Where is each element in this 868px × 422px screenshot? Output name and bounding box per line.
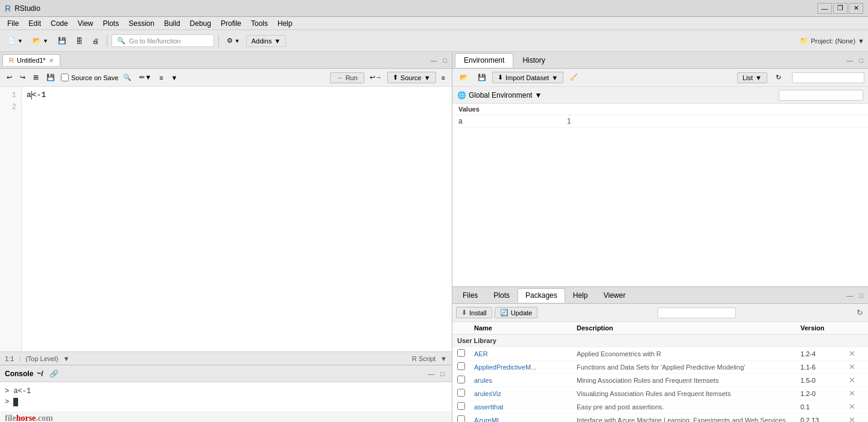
tab-help[interactable]: Help	[565, 288, 596, 303]
menu-code[interactable]: Code	[46, 18, 73, 29]
env-dropdown-icon[interactable]: ▼	[534, 91, 542, 99]
print-button[interactable]: 🖨	[89, 36, 103, 46]
packages-search-input[interactable]	[657, 307, 736, 318]
env-save-button[interactable]: 💾	[474, 72, 490, 83]
script-type-dropdown[interactable]: ▼	[440, 355, 447, 362]
menu-tools[interactable]: Tools	[246, 18, 273, 29]
package-delete-button[interactable]: ✕	[849, 402, 855, 411]
package-name[interactable]: AppliedPredictiveM...	[474, 364, 536, 371]
code-content[interactable]: a<-1	[22, 87, 452, 351]
line-number-2: 2	[0, 101, 21, 113]
package-delete-button[interactable]: ✕	[849, 362, 855, 371]
package-checkbox[interactable]	[457, 349, 465, 357]
update-packages-button[interactable]: 🔄 Update	[495, 307, 537, 318]
restore-button[interactable]: ❐	[833, 3, 847, 14]
save-file-button[interactable]: 💾	[54, 35, 70, 46]
env-minimize-button[interactable]: —	[844, 55, 855, 65]
package-delete-button[interactable]: ✕	[849, 415, 855, 422]
open-file-button[interactable]: 📂▼	[29, 35, 52, 46]
package-row: AppliedPredictiveM... Functions and Data…	[452, 361, 868, 374]
level-dropdown-icon[interactable]: ▼	[63, 355, 70, 362]
save-editor-button[interactable]: 💾	[43, 72, 58, 83]
console-link-icon[interactable]: 🔗	[49, 370, 59, 378]
menu-edit[interactable]: Edit	[24, 18, 46, 29]
editor-tab-untitled1[interactable]: R Untitled1* ✕	[2, 54, 60, 66]
format-button[interactable]: ≡	[439, 72, 448, 83]
console-body[interactable]: > a<-1 >	[0, 382, 452, 411]
r-file-icon: R	[9, 57, 14, 64]
env-open-button[interactable]: 📂	[456, 72, 472, 83]
undo-button[interactable]: ↩	[4, 72, 15, 83]
window-controls: — ❐ ✕	[817, 3, 863, 14]
package-checkbox[interactable]	[457, 376, 465, 383]
menu-help[interactable]: Help	[273, 18, 297, 29]
tab-plots[interactable]: Plots	[486, 288, 518, 303]
addins-button[interactable]: Addins ▼	[246, 35, 287, 47]
package-name[interactable]: assertthat	[474, 403, 503, 411]
clear-env-button[interactable]: 🧹	[566, 72, 581, 83]
package-checkbox[interactable]	[457, 362, 465, 370]
code-nav-button[interactable]: ⊞	[30, 72, 42, 83]
package-name[interactable]: AzureML	[474, 417, 501, 423]
tab-environment[interactable]: Environment	[455, 53, 513, 68]
import-dataset-button[interactable]: ⬇ Import Dataset ▼	[492, 72, 563, 83]
console-minimize-button[interactable]: —	[425, 369, 437, 379]
tab-files[interactable]: Files	[455, 288, 486, 303]
menu-session[interactable]: Session	[124, 18, 159, 29]
package-name[interactable]: arulesViz	[474, 390, 501, 397]
tab-viewer[interactable]: Viewer	[595, 288, 633, 303]
tab-close-button[interactable]: ✕	[49, 57, 54, 64]
tab-packages[interactable]: Packages	[518, 288, 565, 303]
new-file-button[interactable]: 📄▼	[4, 35, 27, 46]
editor-maximize-button[interactable]: □	[440, 55, 449, 65]
editor-tabs: R Untitled1* ✕ — □	[0, 52, 452, 69]
console-area: Console ~/ 🔗 — □ > a<-1 >	[0, 365, 452, 422]
refresh-env-button[interactable]: ↻	[772, 72, 785, 83]
list-button[interactable]: List ▼	[737, 72, 767, 83]
package-name[interactable]: AER	[474, 350, 488, 357]
workspace-button[interactable]: ⚙ ▼	[223, 35, 244, 46]
package-delete-button[interactable]: ✕	[849, 376, 855, 385]
find-button[interactable]: 🔍	[120, 72, 135, 83]
files-maximize-button[interactable]: □	[857, 291, 866, 300]
code-tools-button[interactable]: ✏▼	[136, 72, 154, 83]
menu-file[interactable]: File	[2, 18, 24, 29]
env-history-tabs: Environment History — □	[452, 52, 868, 69]
save-all-button[interactable]: 🗄	[72, 36, 86, 46]
tab-history[interactable]: History	[513, 53, 554, 68]
code-editor[interactable]: 1 2 a<-1	[0, 87, 452, 351]
package-name[interactable]: arules	[474, 377, 492, 384]
menu-view[interactable]: View	[73, 18, 98, 29]
console-maximize-button[interactable]: □	[438, 369, 447, 379]
env-values-header: Values	[452, 104, 868, 115]
compile-button[interactable]: ≡	[156, 72, 166, 83]
editor-minimize-button[interactable]: —	[428, 55, 439, 65]
package-checkbox[interactable]	[457, 389, 465, 397]
redo-button[interactable]: ↪	[17, 72, 28, 83]
goto-file-function[interactable]: 🔍 Go to file/function	[112, 34, 214, 47]
package-delete-button[interactable]: ✕	[849, 349, 855, 358]
source-on-save-checkbox[interactable]	[61, 74, 69, 81]
install-packages-button[interactable]: ⬇ Install	[456, 307, 492, 318]
package-checkbox[interactable]	[457, 402, 465, 410]
menu-profile[interactable]: Profile	[216, 18, 246, 29]
menu-build[interactable]: Build	[159, 18, 185, 29]
env-maximize-button[interactable]: □	[857, 55, 866, 65]
package-delete-button[interactable]: ✕	[849, 389, 855, 398]
close-button[interactable]: ✕	[849, 3, 863, 14]
run-previous-button[interactable]: ↩→	[367, 72, 385, 83]
code-line-2	[27, 101, 447, 113]
menu-plots[interactable]: Plots	[98, 18, 124, 29]
editor-area: R Untitled1* ✕ — □ ↩ ↪ ⊞ 💾 Source on Sav…	[0, 52, 452, 365]
notebook-button[interactable]: ▼	[168, 72, 181, 83]
env-search-input[interactable]	[792, 72, 864, 83]
files-minimize-button[interactable]: —	[844, 291, 855, 300]
source-button[interactable]: ⬆ Source ▼	[387, 72, 436, 83]
package-checkbox[interactable]	[457, 415, 465, 422]
script-type[interactable]: R Script	[412, 355, 436, 362]
env-filter-input[interactable]	[779, 90, 863, 101]
run-button[interactable]: → Run	[330, 72, 364, 83]
menu-debug[interactable]: Debug	[185, 18, 216, 29]
refresh-packages-button[interactable]: ↻	[855, 307, 864, 318]
minimize-button[interactable]: —	[817, 3, 832, 14]
